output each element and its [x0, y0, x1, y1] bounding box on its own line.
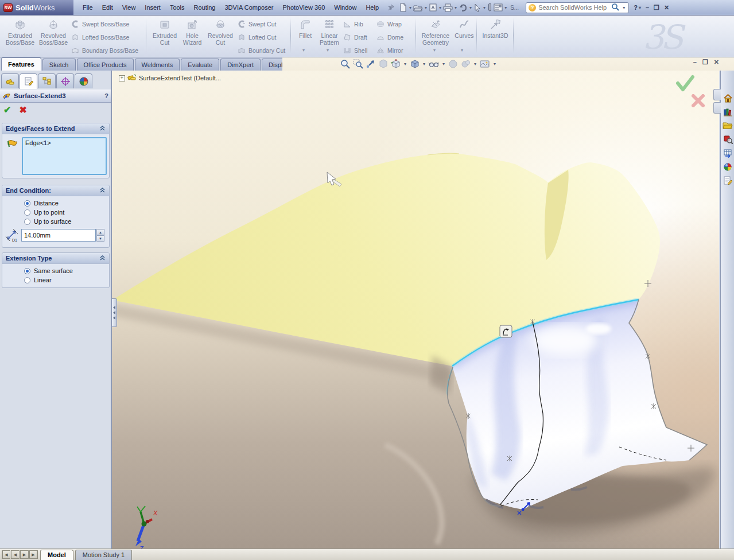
tab-office-products[interactable]: Office Products — [77, 59, 134, 71]
publish-dropdown[interactable]: ▾ — [439, 5, 441, 10]
radio-up-to-point[interactable]: Up to point — [24, 209, 64, 216]
ribbon-button-swept-boss-base[interactable]: Swept Boss/Base — [71, 19, 143, 29]
radio-same-surface[interactable]: Same surface — [24, 267, 73, 274]
help-dropdown[interactable]: ▾ — [639, 5, 641, 10]
menu-routing[interactable]: Routing — [189, 1, 220, 15]
list-dropdown[interactable]: ▾ — [504, 5, 507, 10]
nav-prev-button[interactable]: ◀ — [11, 550, 20, 559]
hide-show-items-icon[interactable] — [428, 59, 440, 69]
menu-tools[interactable]: Tools — [165, 1, 189, 15]
radio-up-to-point-control[interactable] — [24, 209, 30, 216]
linear-pattern-dropdown[interactable]: ▾ — [327, 48, 329, 53]
toolbar-overflow-label[interactable]: S... — [510, 5, 519, 11]
new-document-icon[interactable] — [399, 3, 407, 12]
ribbon-button-rib[interactable]: Rib — [343, 19, 373, 29]
close-button[interactable]: ✕ — [664, 3, 669, 11]
select-arrow-icon[interactable] — [473, 3, 481, 12]
cancel-button[interactable]: ✖ — [19, 104, 26, 115]
ribbon-button-swept-cut[interactable]: Swept Cut — [238, 19, 289, 29]
custom-properties-button[interactable] — [721, 174, 734, 187]
fillet-dropdown[interactable]: ▾ — [302, 48, 305, 53]
menu-view[interactable]: View — [118, 1, 141, 15]
search-input[interactable] — [538, 4, 609, 11]
extend-direction-button[interactable] — [500, 325, 512, 337]
ribbon-button-wrap[interactable]: Wrap — [376, 19, 411, 29]
ribbon-button-instant3d[interactable]: Instant3D — [479, 17, 512, 39]
menu-edit[interactable]: Edit — [98, 1, 118, 15]
nav-first-button[interactable]: ◀ — [2, 550, 10, 559]
search-box[interactable]: ? ▾ — [526, 2, 629, 13]
ribbon-button-dome[interactable]: Dome — [376, 32, 411, 42]
zoom-to-area-icon[interactable] — [352, 59, 363, 69]
nav-next-button[interactable]: ▶ — [20, 550, 29, 559]
select-dropdown[interactable]: ▾ — [483, 5, 486, 10]
ribbon-button-curves[interactable]: Curves — [453, 17, 475, 39]
minimize-button[interactable]: – — [646, 3, 649, 11]
ribbon-button-shell[interactable]: Shell — [343, 45, 373, 55]
radio-distance[interactable]: Distance — [24, 200, 59, 207]
ok-button[interactable]: ✔ — [3, 104, 11, 115]
menu-help[interactable]: Help — [361, 1, 383, 15]
configuration-manager-tab[interactable] — [38, 73, 56, 88]
curves-dropdown[interactable]: ▾ — [461, 48, 463, 53]
task-pane-flyout-tab[interactable] — [713, 102, 721, 114]
rotate-view-icon[interactable] — [365, 59, 376, 69]
radio-same-surface-control[interactable] — [24, 268, 30, 274]
ribbon-button-extruded-cut[interactable]: ExtrudedCut — [150, 17, 179, 46]
search-magnifier-icon[interactable] — [611, 3, 619, 12]
ribbon-button-draft[interactable]: Draft — [343, 32, 373, 42]
ribbon-button-linear-pattern[interactable]: LinearPattern — [317, 17, 342, 46]
print-dropdown[interactable]: ▾ — [455, 5, 457, 10]
undo-dropdown[interactable]: ▾ — [469, 5, 472, 10]
menu-file[interactable]: File — [78, 1, 98, 15]
ribbon-button-revolved-cut[interactable]: RevolvedCut — [205, 17, 235, 46]
view-orientation-icon[interactable] — [390, 59, 401, 69]
collapse-chevron-icon[interactable] — [99, 125, 106, 132]
ribbon-button-fillet[interactable]: Fillet — [294, 17, 317, 39]
task-pane-flyout-tab[interactable] — [713, 89, 721, 100]
tab-weldments[interactable]: Weldments — [135, 59, 180, 71]
collapse-chevron-icon[interactable] — [99, 255, 106, 262]
spinner-down[interactable]: ▼ — [96, 235, 104, 242]
help-button[interactable]: ? — [634, 4, 638, 11]
attach-icon[interactable] — [487, 3, 492, 12]
menu-insert[interactable]: Insert — [140, 1, 165, 15]
tree-expand-button[interactable]: + — [119, 75, 125, 81]
tab-evaluate[interactable]: Evaluate — [181, 59, 219, 71]
end-condition-header[interactable]: End Condition: — [2, 185, 109, 196]
model-tab[interactable]: Model — [40, 550, 73, 560]
panel-splitter[interactable] — [112, 298, 117, 327]
property-help-button[interactable]: ? — [104, 92, 108, 99]
ribbon-button-reference-geometry[interactable]: ReferenceGeometry — [418, 17, 453, 46]
doc-close-button[interactable]: ✕ — [714, 59, 719, 66]
pushpin-icon[interactable] — [387, 3, 395, 11]
publish-icon[interactable] — [429, 3, 437, 12]
file-explorer-button[interactable] — [721, 119, 734, 132]
view-settings-icon[interactable] — [460, 59, 471, 69]
ribbon-button-extruded-boss-base[interactable]: ExtrudedBoss/Base — [3, 17, 37, 46]
dimxpert-manager-tab[interactable] — [56, 73, 74, 88]
solidworks-resources-button[interactable] — [721, 91, 734, 104]
reference-geometry-dropdown[interactable]: ▾ — [433, 48, 436, 53]
feature-manager-tab[interactable] — [1, 73, 19, 88]
new-dropdown[interactable]: ▾ — [409, 5, 411, 10]
ribbon-button-revolved-boss-base[interactable]: RevolvedBoss/Base — [37, 17, 70, 46]
hide-show-dropdown[interactable]: ▾ — [442, 61, 445, 67]
solidworks-search-button[interactable] — [721, 133, 734, 146]
graphics-viewport[interactable]: Z X + SurfaceExtendTest (Default... — [112, 71, 719, 549]
restore-button[interactable]: ❐ — [654, 3, 659, 11]
display-manager-tab[interactable] — [75, 73, 92, 88]
extension-type-header[interactable]: Extension Type — [2, 253, 109, 264]
apply-scene-icon[interactable] — [448, 59, 459, 69]
edges-group-header[interactable]: Edges/Faces to Extend — [2, 123, 109, 134]
ribbon-button-mirror[interactable]: Mirror — [376, 45, 411, 55]
ribbon-button-boundary-boss-base[interactable]: Boundary Boss/Base — [71, 45, 143, 55]
display-style-dropdown[interactable]: ▾ — [423, 61, 425, 67]
feature-tree-label[interactable]: SurfaceExtendTest (Default... — [139, 75, 221, 81]
radio-linear-control[interactable] — [24, 277, 30, 283]
tab-dimxpert[interactable]: DimXpert — [220, 59, 261, 71]
tab-features[interactable]: Features — [1, 57, 41, 71]
search-dropdown[interactable]: ▾ — [623, 5, 625, 10]
selected-edge-item[interactable]: Edge<1> — [25, 139, 103, 146]
list-view-icon[interactable] — [494, 3, 503, 11]
